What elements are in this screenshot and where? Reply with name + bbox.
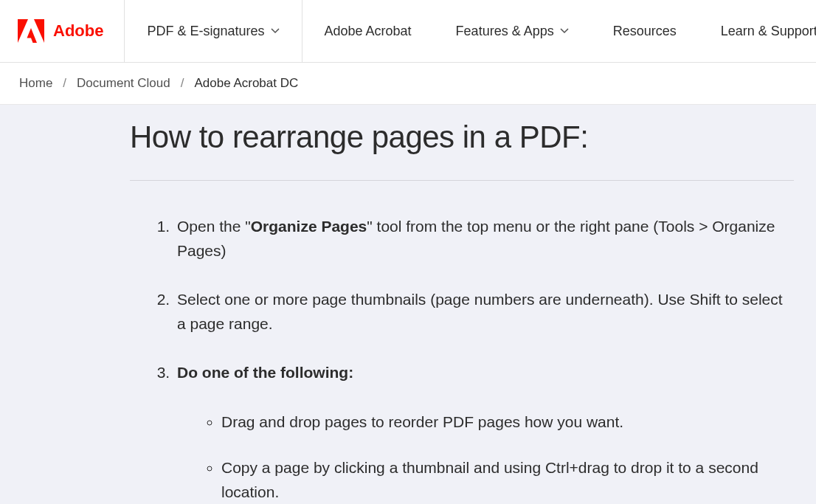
nav-resources[interactable]: Resources [591, 0, 699, 62]
nav-label: Learn & Support [721, 24, 816, 39]
step-3: Do one of the following: Drag and drop p… [174, 361, 794, 504]
sub-item: Copy a page by clicking a thumbnail and … [221, 456, 794, 504]
step-text: Select one or more page thumbnails (page… [177, 291, 783, 332]
nav-learn-support[interactable]: Learn & Support [699, 0, 816, 62]
nav-label: Resources [613, 24, 677, 39]
nav-label: Features & Apps [456, 24, 554, 39]
breadcrumb: Home / Document Cloud / Adobe Acrobat DC [0, 63, 816, 105]
chevron-down-icon [271, 28, 280, 34]
content-area: How to rearrange pages in a PDF: Open th… [0, 105, 816, 504]
step-text-bold: Organize Pages [251, 218, 367, 235]
nav-pdf-esignatures[interactable]: PDF & E-signatures [125, 0, 302, 62]
step-1: Open the "Organize Pages" tool from the … [174, 215, 794, 263]
sub-text: Copy a page by clicking a thumbnail and … [221, 459, 758, 500]
top-nav: Adobe PDF & E-signatures Adobe Acrobat F… [0, 0, 816, 63]
adobe-logo-text: Adobe [53, 21, 103, 41]
breadcrumb-document-cloud[interactable]: Document Cloud [77, 76, 170, 91]
page-title: How to rearrange pages in a PDF: [130, 120, 794, 181]
nav-features-apps[interactable]: Features & Apps [434, 0, 591, 62]
breadcrumb-separator: / [181, 76, 184, 91]
adobe-logo[interactable]: Adobe [0, 0, 125, 62]
steps-list: Open the "Organize Pages" tool from the … [174, 215, 794, 504]
breadcrumb-home[interactable]: Home [19, 76, 52, 91]
step-text: Open the " [177, 218, 251, 235]
adobe-logo-icon [18, 19, 44, 43]
chevron-down-icon [560, 28, 569, 34]
sub-item: Drag and drop pages to reorder PDF pages… [221, 410, 794, 435]
nav-label: Adobe Acrobat [325, 24, 412, 39]
sub-text: Drag and drop pages to reorder PDF pages… [221, 413, 623, 430]
step-text-bold: Do one of the following: [177, 364, 353, 381]
nav-adobe-acrobat[interactable]: Adobe Acrobat [302, 0, 434, 62]
nav-label: PDF & E-signatures [147, 24, 264, 39]
breadcrumb-current: Adobe Acrobat DC [194, 76, 298, 91]
step-2: Select one or more page thumbnails (page… [174, 288, 794, 336]
breadcrumb-separator: / [63, 76, 66, 91]
sub-list: Drag and drop pages to reorder PDF pages… [221, 410, 794, 504]
